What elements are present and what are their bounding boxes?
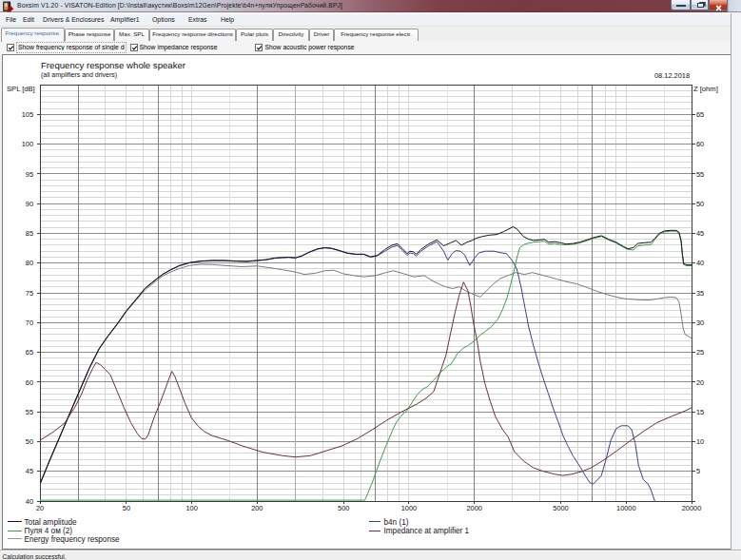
- svg-text:40: 40: [26, 497, 33, 506]
- svg-text:100: 100: [185, 504, 197, 512]
- svg-text:105: 105: [22, 110, 33, 119]
- svg-text:90: 90: [26, 200, 33, 208]
- svg-text:50: 50: [696, 200, 704, 208]
- svg-text:5: 5: [696, 467, 700, 475]
- svg-text:25: 25: [696, 348, 704, 357]
- svg-text:100: 100: [22, 140, 33, 148]
- svg-text:55: 55: [26, 408, 33, 416]
- svg-text:2000: 2000: [466, 504, 481, 512]
- svg-text:50: 50: [26, 437, 33, 446]
- svg-text:55: 55: [696, 170, 704, 179]
- svg-text:60: 60: [696, 140, 704, 148]
- svg-text:65: 65: [26, 348, 33, 357]
- svg-text:10000: 10000: [616, 504, 636, 512]
- svg-text:1000: 1000: [401, 504, 417, 512]
- svg-text:30: 30: [696, 319, 704, 327]
- svg-text:70: 70: [26, 319, 33, 327]
- svg-text:60: 60: [26, 378, 33, 387]
- svg-text:45: 45: [696, 229, 704, 238]
- svg-text:20: 20: [36, 504, 44, 512]
- svg-text:5000: 5000: [553, 504, 568, 512]
- svg-text:50: 50: [123, 504, 130, 512]
- svg-text:200: 200: [251, 504, 263, 512]
- svg-text:10: 10: [696, 437, 704, 446]
- svg-text:80: 80: [26, 259, 33, 267]
- svg-text:500: 500: [338, 504, 349, 512]
- svg-text:65: 65: [696, 110, 704, 119]
- svg-text:85: 85: [26, 229, 33, 238]
- svg-text:20000: 20000: [682, 504, 702, 512]
- svg-text:95: 95: [26, 170, 33, 179]
- svg-text:40: 40: [696, 259, 704, 267]
- svg-text:45: 45: [26, 467, 33, 475]
- svg-text:20: 20: [696, 378, 704, 387]
- svg-text:15: 15: [696, 408, 704, 416]
- svg-text:35: 35: [696, 289, 704, 298]
- svg-text:75: 75: [26, 289, 33, 298]
